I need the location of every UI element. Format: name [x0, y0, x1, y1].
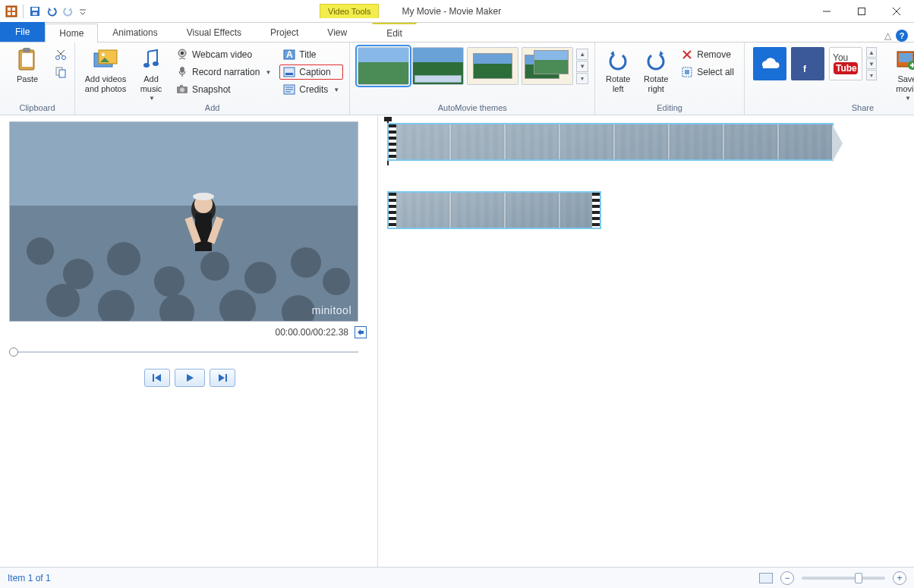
tab-project[interactable]: Project — [256, 23, 313, 42]
svg-point-29 — [180, 67, 184, 73]
rotate-right-button[interactable]: Rotate right — [639, 46, 673, 93]
tab-view[interactable]: View — [313, 23, 361, 42]
preview-time: 00:00.00/00:22.38 — [276, 327, 349, 338]
snapshot-button[interactable]: Snapshot — [172, 82, 275, 97]
zoom-slider[interactable] — [802, 577, 885, 580]
close-button[interactable] — [879, 0, 914, 23]
rotate-left-button[interactable]: Rotate left — [601, 46, 635, 93]
save-movie-icon — [894, 47, 914, 73]
redo-icon[interactable] — [61, 5, 75, 18]
share-gallery-scroll[interactable]: ▲▼▾ — [866, 47, 877, 80]
zoom-thumb[interactable] — [855, 573, 862, 583]
group-label-automovie: AutoMovie themes — [356, 102, 588, 115]
transport-controls — [9, 369, 370, 387]
save-movie-label: Save movie — [896, 74, 914, 93]
svg-point-25 — [153, 61, 159, 66]
timeline-pane[interactable] — [378, 115, 914, 567]
save-icon[interactable] — [28, 5, 42, 18]
theme-thumb-3[interactable] — [467, 47, 518, 85]
group-label-add: Add — [81, 102, 343, 115]
remove-button[interactable]: Remove — [677, 47, 738, 62]
svg-rect-6 — [32, 8, 38, 11]
record-narration-button[interactable]: Record narration▼ — [172, 64, 275, 80]
tab-edit[interactable]: Edit — [372, 23, 417, 42]
webcam-video-button[interactable]: Webcam video — [172, 47, 275, 62]
svg-text:A: A — [286, 49, 293, 60]
ribbon-collapse-icon[interactable]: △ — [884, 30, 891, 41]
svg-rect-51 — [899, 53, 912, 62]
cut-button[interactable] — [53, 47, 68, 62]
svg-rect-3 — [8, 12, 11, 15]
add-videos-photos-button[interactable]: Add videos and photos — [81, 46, 130, 93]
caption-button[interactable]: Caption — [279, 64, 343, 80]
svg-rect-4 — [12, 12, 15, 15]
quick-access-toolbar — [0, 0, 92, 22]
select-all-button[interactable]: Select all — [677, 64, 738, 80]
caption-label: Caption — [299, 67, 330, 77]
paste-button[interactable]: Paste — [6, 46, 49, 84]
seek-thumb[interactable] — [9, 347, 18, 357]
music-note-icon — [138, 47, 164, 73]
next-frame-button[interactable] — [210, 369, 235, 387]
help-icon[interactable]: ? — [896, 30, 908, 42]
window-controls — [809, 0, 914, 23]
theme-gallery-scroll[interactable]: ▲▼▾ — [576, 49, 588, 84]
record-narration-label: Record narration — [192, 67, 260, 77]
copy-button[interactable] — [53, 64, 68, 80]
status-item-count: Item 1 of 1 — [8, 573, 51, 583]
thumbnail-size-button[interactable] — [759, 573, 773, 583]
maximize-button[interactable] — [844, 0, 879, 23]
group-label-share: Share — [751, 102, 914, 115]
svg-rect-37 — [285, 73, 293, 75]
minimize-button[interactable] — [809, 0, 844, 23]
svg-rect-14 — [23, 48, 30, 52]
save-movie-button[interactable]: Save movie▼ — [889, 46, 914, 102]
share-facebook-button[interactable]: f — [791, 47, 824, 80]
group-add: Add videos and photos Add music▼ Webcam … — [75, 42, 350, 115]
zoom-out-button[interactable]: − — [780, 571, 794, 585]
svg-line-18 — [58, 50, 65, 56]
share-youtube-button[interactable]: YouTube — [829, 47, 862, 80]
rotate-left-label: Rotate left — [606, 74, 630, 93]
app-icon[interactable] — [5, 5, 18, 18]
title-button[interactable]: A Title — [279, 47, 343, 62]
video-tools-label: Video Tools — [320, 4, 379, 18]
tab-visual-effects[interactable]: Visual Effects — [172, 23, 256, 42]
credits-label: Credits — [299, 84, 328, 95]
theme-thumb-4[interactable] — [522, 47, 573, 85]
svg-point-63 — [291, 247, 321, 278]
camera-icon — [176, 83, 188, 96]
preview-monitor[interactable]: minitool — [9, 121, 358, 322]
seek-bar[interactable] — [9, 346, 358, 358]
group-label-editing: Editing — [601, 102, 738, 115]
svg-point-60 — [154, 266, 184, 297]
timeline-clip-2[interactable] — [387, 191, 601, 229]
group-automovie: ▲▼▾ AutoMovie themes — [350, 42, 595, 115]
remove-icon — [681, 49, 693, 61]
add-media-icon — [93, 47, 118, 73]
tab-animations[interactable]: Animations — [98, 23, 172, 42]
play-button[interactable] — [175, 369, 205, 387]
undo-icon[interactable] — [45, 5, 58, 18]
svg-text:f: f — [803, 64, 807, 74]
remove-label: Remove — [697, 49, 731, 60]
credits-button[interactable]: Credits▼ — [279, 82, 343, 97]
share-onedrive-button[interactable] — [753, 47, 786, 80]
qat-dropdown-icon[interactable] — [78, 5, 87, 18]
fullscreen-icon[interactable] — [355, 326, 367, 338]
svg-point-59 — [107, 242, 140, 275]
tab-home[interactable]: Home — [45, 24, 98, 42]
add-videos-label: Add videos and photos — [85, 74, 126, 93]
add-music-button[interactable]: Add music▼ — [134, 46, 168, 102]
previous-frame-button[interactable] — [144, 369, 170, 387]
scissors-icon — [55, 49, 67, 61]
select-all-label: Select all — [697, 67, 734, 77]
theme-thumb-1[interactable] — [358, 47, 409, 85]
group-editing: Rotate left Rotate right Remove Select a… — [595, 42, 745, 115]
rotate-right-label: Rotate right — [644, 74, 668, 93]
timeline-clip-1[interactable] — [387, 123, 834, 161]
zoom-in-button[interactable]: + — [893, 571, 906, 585]
file-tab[interactable]: File — [0, 22, 45, 42]
theme-thumb-2[interactable] — [412, 47, 464, 85]
title-label: Title — [299, 49, 316, 60]
